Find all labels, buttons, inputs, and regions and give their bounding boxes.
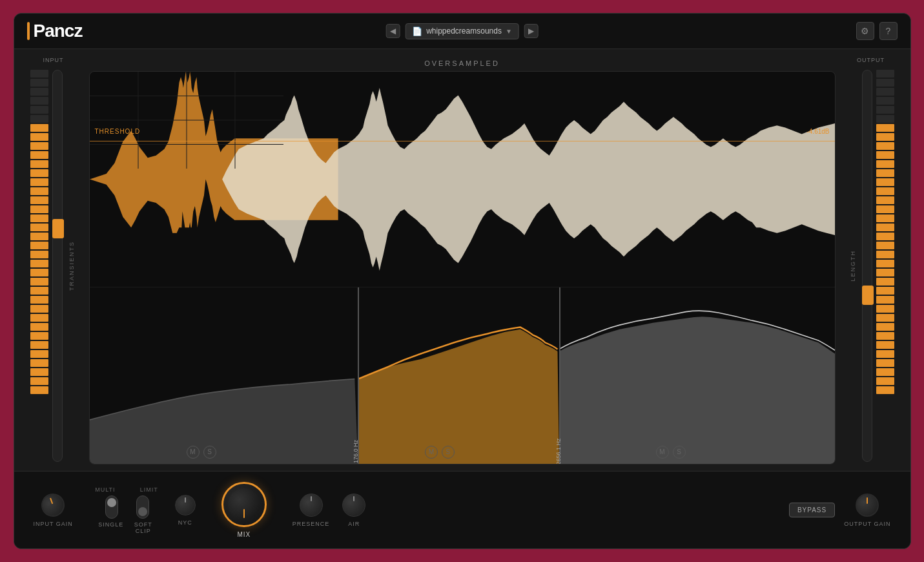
help-button[interactable]: ? xyxy=(879,22,898,40)
preset-dropdown-icon: ▼ xyxy=(506,28,512,35)
vu-seg-16 xyxy=(30,205,48,213)
air-knob[interactable] xyxy=(342,494,365,517)
vu-seg-30 xyxy=(30,332,48,340)
band-2-mono-button[interactable]: M xyxy=(425,446,438,459)
mix-group: MIX xyxy=(221,482,267,538)
vu-seg-9 xyxy=(30,142,48,150)
vu-seg-23 xyxy=(30,269,48,276)
output-gain-knob[interactable] xyxy=(856,494,879,517)
vu-seg-24 xyxy=(30,278,48,286)
vu-seg-22 xyxy=(30,260,48,267)
transients-label: TRANSIENTS xyxy=(68,241,75,291)
preset-name: whippedcreamsounds xyxy=(426,26,502,36)
band-3-stereo-button[interactable]: S xyxy=(673,446,686,459)
freq-left-label: 176.0 Hz xyxy=(353,440,359,463)
soft-clip-toggle[interactable] xyxy=(136,495,149,519)
waveform-top: THRESHOLD -4.61dB xyxy=(90,72,835,287)
air-group: AIR xyxy=(342,494,365,527)
header-center: ◀ 📄 whippedcreamsounds ▼ ▶ xyxy=(385,23,539,39)
band-2-controls: M S xyxy=(425,446,455,459)
logo-bar-icon xyxy=(27,22,30,40)
oversampled-label: OVERSAMPLED xyxy=(89,57,836,71)
threshold-line xyxy=(90,141,835,141)
logo-area: Pancz xyxy=(27,21,83,41)
vu-seg-7 xyxy=(30,124,48,132)
vu-seg-17 xyxy=(30,214,48,222)
nyc-knob[interactable] xyxy=(175,495,196,515)
vu-seg-36 xyxy=(30,386,48,394)
preset-box[interactable]: 📄 whippedcreamsounds ▼ xyxy=(405,23,519,39)
vu-seg-33 xyxy=(30,359,48,367)
single-toggle-dot xyxy=(107,498,116,507)
mix-knob[interactable] xyxy=(221,482,267,527)
output-vu-fader-row: LENGTH xyxy=(848,67,894,464)
air-label: AIR xyxy=(348,521,360,527)
nyc-label: NYC xyxy=(178,519,192,526)
band-3-mono-button[interactable]: M xyxy=(656,446,669,459)
vu-seg-28 xyxy=(30,314,48,322)
band-3-controls: M S xyxy=(656,446,686,459)
band-separator-low-mid[interactable] xyxy=(358,287,359,464)
input-gain-group: INPUT GAIN xyxy=(34,494,73,527)
single-toggle[interactable] xyxy=(105,495,118,519)
vu-seg-35 xyxy=(30,377,48,385)
vu-seg-20 xyxy=(30,242,48,249)
output-fader-track[interactable] xyxy=(862,70,872,462)
length-label: LENGTH xyxy=(850,250,856,282)
vu-seg-31 xyxy=(30,341,48,349)
header-right: ⚙ ? xyxy=(856,22,898,40)
output-label: OUTPUT xyxy=(857,57,885,63)
input-fader-track[interactable] xyxy=(52,70,63,462)
band-1-stereo-button[interactable]: S xyxy=(203,446,216,459)
bypass-button[interactable]: BYPASS xyxy=(789,503,835,517)
vu-seg-13 xyxy=(30,178,48,186)
output-gain-group: OUTPUT GAIN xyxy=(844,494,890,527)
vu-seg-26 xyxy=(30,296,48,304)
bottom-controls: INPUT GAIN MULTI LIMIT SINGLE SOFT CLIP xyxy=(14,471,910,548)
waveform-container: THRESHOLD -4.61dB xyxy=(89,71,836,464)
input-fader-thumb[interactable] xyxy=(52,219,64,238)
vu-seg-1 xyxy=(30,70,48,78)
freq-right-label: 2656.1 Hz xyxy=(555,438,562,464)
output-fader-thumb[interactable] xyxy=(862,286,874,305)
input-gain-label: INPUT GAIN xyxy=(34,521,73,527)
waveform-svg xyxy=(90,72,835,287)
band-2-stereo-button[interactable]: S xyxy=(442,446,455,459)
input-vu-fader-row: TRANSIENTS xyxy=(30,67,77,464)
threshold-label: THRESHOLD xyxy=(95,128,141,135)
vu-seg-29 xyxy=(30,323,48,331)
single-label: SINGLE xyxy=(98,521,124,534)
limit-label: LIMIT xyxy=(136,486,162,493)
band-1-mono-button[interactable]: M xyxy=(187,446,200,459)
vu-seg-3 xyxy=(30,88,48,96)
center-display: OVERSAMPLED THRESHOLD -4.61dB xyxy=(89,57,836,464)
multi-label: MULTI xyxy=(92,486,118,493)
presence-group: PRESENCE xyxy=(293,494,330,527)
header: Pancz ◀ 📄 whippedcreamsounds ▼ ▶ ⚙ ? xyxy=(14,14,910,49)
vu-seg-34 xyxy=(30,368,48,376)
vu-seg-11 xyxy=(30,160,48,168)
input-gain-knob[interactable] xyxy=(38,490,68,519)
main-content: INPUT xyxy=(14,49,910,471)
band-1-controls: M S xyxy=(187,446,216,459)
vu-seg-32 xyxy=(30,350,48,358)
vu-seg-6 xyxy=(30,115,48,123)
band-separator-mid-high[interactable] xyxy=(559,287,560,464)
vu-seg-2 xyxy=(30,79,48,87)
db-value: -4.61dB xyxy=(806,128,829,135)
soft-clip-label: SOFT CLIP xyxy=(130,521,156,534)
left-section: INPUT xyxy=(25,57,83,464)
vu-seg-8 xyxy=(30,133,48,141)
input-vu-meter xyxy=(30,67,48,464)
settings-button[interactable]: ⚙ xyxy=(856,22,874,40)
vu-seg-18 xyxy=(30,224,48,231)
vu-seg-27 xyxy=(30,305,48,313)
presence-knob[interactable] xyxy=(300,494,323,517)
vu-seg-4 xyxy=(30,97,48,105)
next-preset-button[interactable]: ▶ xyxy=(524,24,539,38)
vu-seg-21 xyxy=(30,251,48,258)
spectrum-svg xyxy=(90,287,835,464)
prev-preset-button[interactable]: ◀ xyxy=(385,24,400,38)
mix-knob-inner xyxy=(228,488,260,521)
vu-seg-5 xyxy=(30,106,48,114)
